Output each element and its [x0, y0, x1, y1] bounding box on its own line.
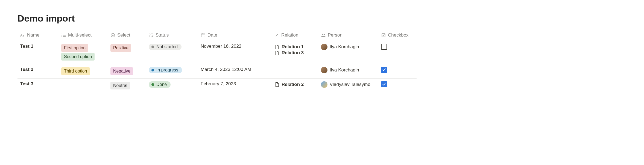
name-cell[interactable]: Test 2: [17, 64, 58, 79]
check-icon: [382, 68, 386, 72]
status-cell[interactable]: Not started: [146, 41, 198, 64]
svg-rect-6: [63, 36, 66, 37]
svg-line-10: [150, 34, 150, 34]
svg-rect-5: [62, 36, 62, 37]
relation-cell[interactable]: [272, 64, 318, 79]
svg-rect-4: [63, 35, 66, 36]
select-cell[interactable]: Negative: [108, 64, 146, 79]
person-name: Ilya Korchagin: [330, 44, 359, 50]
status-dot-icon: [151, 83, 154, 86]
multi-select-tag: First option: [61, 44, 88, 52]
page-icon: [274, 50, 279, 56]
date-cell[interactable]: November 16, 2022: [198, 41, 272, 64]
column-header-label: Relation: [281, 32, 298, 38]
relation-item[interactable]: Relation 2: [274, 82, 315, 87]
avatar: [321, 67, 327, 73]
svg-point-7: [111, 33, 115, 37]
column-header-relation[interactable]: Relation: [272, 30, 318, 41]
page-icon: [274, 44, 279, 50]
avatar: [321, 81, 327, 88]
column-header-status[interactable]: Status: [146, 30, 198, 41]
checkbox-icon: [381, 33, 386, 38]
svg-line-11: [152, 36, 153, 37]
column-header-date[interactable]: Date: [198, 30, 272, 41]
column-header-label: Name: [27, 32, 39, 38]
multi-select-tag: Third option: [61, 67, 90, 75]
column-header-select[interactable]: Select: [108, 30, 146, 41]
checkbox-input[interactable]: [381, 67, 387, 73]
multi-select-cell[interactable]: First optionSecond option: [58, 41, 108, 64]
multi-select-cell[interactable]: Third option: [58, 64, 108, 79]
select-cell[interactable]: Positive: [108, 41, 146, 64]
checkbox-input[interactable]: [381, 44, 387, 50]
status-pill: In progress: [149, 67, 182, 73]
multi-select-tag: Second option: [61, 53, 95, 61]
text-icon: Aa: [20, 33, 25, 38]
list-icon: [61, 33, 66, 38]
page-title: Demo import: [17, 13, 627, 24]
status-pill: Done: [149, 81, 171, 88]
person-cell[interactable]: Vladyslav Talasymo: [318, 79, 378, 93]
column-header-name[interactable]: Aa Name: [17, 30, 58, 41]
column-header-label: Person: [328, 32, 343, 38]
column-header-label: Select: [117, 32, 130, 38]
svg-rect-3: [62, 35, 62, 35]
relation-cell[interactable]: Relation 1Relation 3: [272, 41, 318, 64]
status-cell[interactable]: In progress: [146, 64, 198, 79]
status-loader-icon: [149, 33, 154, 38]
relation-label: Relation 3: [282, 50, 304, 56]
table-row[interactable]: Test 3NeutralDoneFebruary 7, 2023Relatio…: [17, 79, 417, 93]
svg-text:Aa: Aa: [20, 34, 24, 37]
database-table: Aa Name Multi-select: [17, 30, 417, 93]
date-cell[interactable]: March 4, 2023 12:00 AM: [198, 64, 272, 79]
relation-label: Relation 2: [282, 82, 304, 87]
column-header-multi-select[interactable]: Multi-select: [58, 30, 108, 41]
column-header-label: Date: [207, 32, 217, 38]
status-label: In progress: [156, 68, 178, 73]
svg-line-14: [150, 36, 150, 37]
column-header-person[interactable]: Person: [318, 30, 378, 41]
people-icon: [321, 33, 326, 38]
column-header-label: Multi-select: [68, 32, 92, 38]
person-name: Ilya Korchagin: [330, 67, 359, 73]
status-dot-icon: [151, 46, 154, 48]
svg-line-15: [152, 34, 153, 34]
column-header-label: Status: [156, 32, 169, 38]
column-header-checkbox[interactable]: Checkbox: [378, 30, 417, 41]
select-cell[interactable]: Neutral: [108, 79, 146, 93]
column-header-label: Checkbox: [388, 32, 409, 38]
select-tag: Neutral: [110, 82, 130, 89]
name-cell[interactable]: Test 1: [17, 41, 58, 64]
table-row[interactable]: Test 2Third optionNegativeIn progressMar…: [17, 64, 417, 79]
table-row[interactable]: Test 1First optionSecond optionPositiveN…: [17, 41, 417, 64]
svg-rect-1: [62, 34, 62, 34]
svg-rect-16: [201, 34, 205, 37]
person-cell[interactable]: Ilya Korchagin: [318, 64, 378, 79]
status-label: Done: [156, 82, 167, 87]
chevron-down-circle-icon: [110, 33, 115, 38]
select-tag: Positive: [110, 44, 131, 52]
checkbox-cell[interactable]: [378, 41, 417, 64]
calendar-icon: [201, 33, 206, 38]
checkbox-cell[interactable]: [378, 64, 417, 79]
status-dot-icon: [151, 69, 154, 71]
page-icon: [274, 82, 279, 87]
multi-select-cell[interactable]: [58, 79, 108, 93]
svg-rect-22: [382, 34, 385, 37]
name-cell[interactable]: Test 3: [17, 79, 58, 93]
relation-item[interactable]: Relation 3: [274, 50, 315, 56]
svg-point-21: [324, 34, 325, 35]
relation-item[interactable]: Relation 1: [274, 44, 315, 50]
person-name: Vladyslav Talasymo: [330, 82, 370, 87]
checkbox-input[interactable]: [381, 81, 387, 87]
person-cell[interactable]: Ilya Korchagin: [318, 41, 378, 64]
checkbox-cell[interactable]: [378, 79, 417, 93]
svg-rect-2: [63, 34, 66, 34]
arrow-up-right-icon: [274, 33, 279, 38]
avatar: [321, 44, 327, 50]
date-cell[interactable]: February 7, 2023: [198, 79, 272, 93]
check-icon: [382, 82, 386, 86]
relation-cell[interactable]: Relation 2: [272, 79, 318, 93]
relation-label: Relation 1: [282, 44, 304, 50]
status-cell[interactable]: Done: [146, 79, 198, 93]
